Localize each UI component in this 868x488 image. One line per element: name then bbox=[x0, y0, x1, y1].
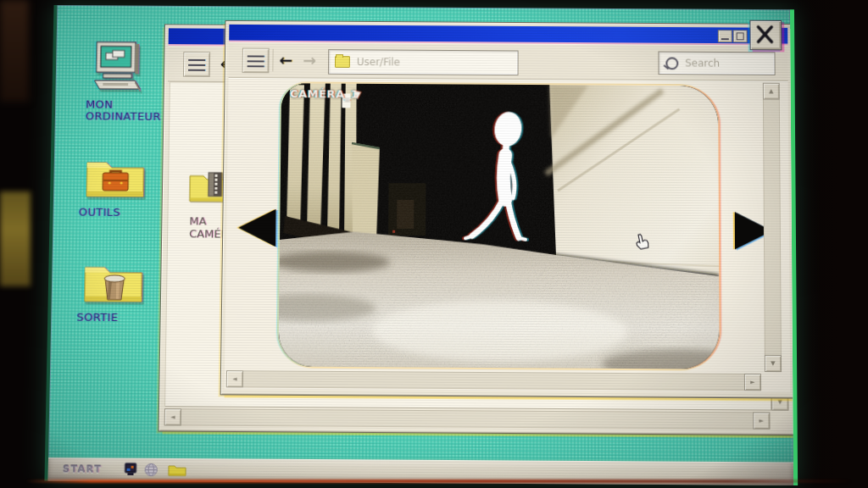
scroll-left-button[interactable]: ◄ bbox=[164, 408, 181, 425]
camera-feed: CAMÉRA_1 bbox=[278, 83, 719, 369]
folder-briefcase-icon bbox=[84, 152, 147, 202]
room-doorway-light bbox=[0, 191, 31, 286]
crt-screen: MON ORDINATEUR OUTILS SORTIE bbox=[44, 5, 798, 485]
desktop-icon-label: OUTILS bbox=[79, 207, 172, 219]
hand-cursor-icon bbox=[634, 234, 649, 252]
globe-icon[interactable] bbox=[144, 463, 159, 477]
folder-icon bbox=[335, 56, 350, 68]
scroll-right-button[interactable]: ► bbox=[753, 412, 770, 429]
start-button[interactable]: START bbox=[63, 463, 103, 474]
computer-icon[interactable] bbox=[123, 463, 137, 477]
scroll-left-button[interactable]: ◄ bbox=[226, 370, 243, 387]
minimize-icon bbox=[721, 38, 729, 40]
back-horizontal-scrollbar[interactable]: ◄ ► bbox=[164, 408, 771, 430]
forward-button[interactable]: → bbox=[303, 50, 316, 70]
maximize-icon bbox=[737, 32, 744, 40]
room-ambient-light bbox=[0, 0, 29, 102]
toolbar-divider bbox=[272, 49, 273, 72]
scroll-right-button[interactable]: ► bbox=[744, 374, 761, 391]
scroll-down-button[interactable]: ▼ bbox=[765, 355, 782, 372]
back-button[interactable]: ← bbox=[279, 50, 292, 70]
close-button[interactable] bbox=[749, 20, 782, 51]
camera-viewer-window: ← → bbox=[220, 20, 795, 399]
monitor-bezel bbox=[790, 0, 868, 488]
camera-footage bbox=[278, 83, 719, 369]
search-icon bbox=[665, 57, 678, 69]
menu-button[interactable] bbox=[183, 52, 210, 77]
search-input[interactable] bbox=[683, 57, 774, 70]
camera-name-label: CAMÉRA_1 bbox=[290, 87, 359, 100]
path-input[interactable] bbox=[355, 55, 518, 69]
close-icon bbox=[750, 21, 779, 48]
camera-window-toolbar: ← → bbox=[229, 42, 788, 81]
folder-cup-icon bbox=[82, 258, 146, 308]
media-viewer-panel: CAMÉRA_1 ◀ ▶ ▲ ▼ ◄ ► bbox=[225, 78, 791, 393]
bezel-glow-line bbox=[25, 480, 852, 483]
scroll-up-button[interactable]: ▲ bbox=[763, 83, 780, 100]
search-field[interactable] bbox=[658, 51, 775, 75]
computer-icon bbox=[91, 41, 147, 95]
path-field[interactable] bbox=[328, 49, 519, 75]
camera-window-titlebar[interactable] bbox=[229, 25, 787, 44]
minimize-button[interactable] bbox=[718, 30, 732, 42]
desktop-icon-sortie[interactable]: SORTIE bbox=[76, 258, 171, 324]
prev-camera-button[interactable]: ◀ bbox=[231, 192, 283, 255]
desktop-icon-outils[interactable]: OUTILS bbox=[79, 152, 173, 219]
folder-icon[interactable] bbox=[168, 463, 186, 477]
camera-horizontal-scrollbar[interactable]: ◄ ► bbox=[226, 370, 761, 391]
maximize-button[interactable] bbox=[733, 30, 748, 42]
menu-button[interactable] bbox=[242, 48, 270, 74]
desktop-icon-label: SORTIE bbox=[76, 312, 170, 324]
camera-vertical-scrollbar[interactable]: ▲ ▼ bbox=[763, 83, 782, 372]
